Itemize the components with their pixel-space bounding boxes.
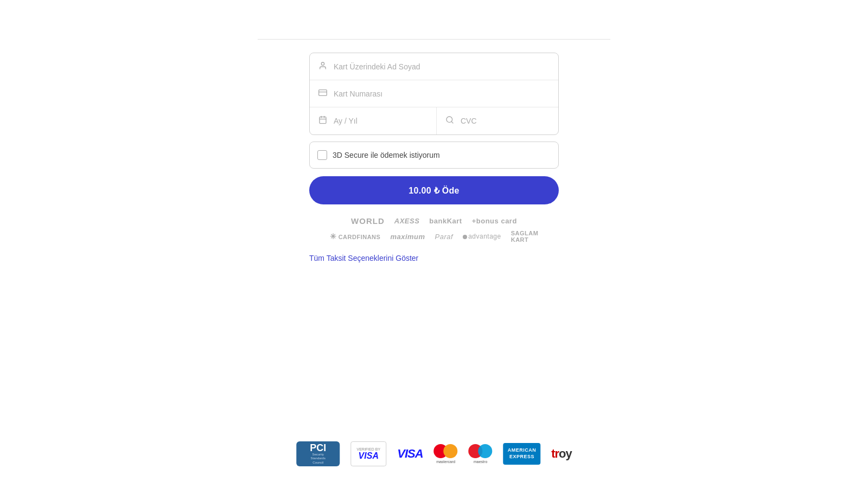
name-field-row bbox=[310, 53, 558, 80]
card-number-field-row bbox=[310, 80, 558, 107]
top-divider bbox=[258, 39, 610, 40]
mc-circles bbox=[434, 444, 458, 459]
pci-sub-text: SecurityStandardsCouncil bbox=[310, 453, 326, 465]
brand-bonuscard: +bonus card bbox=[472, 217, 517, 225]
expiry-input[interactable] bbox=[334, 117, 429, 125]
brand-world: WORLD bbox=[351, 216, 385, 226]
maestro-blue-circle bbox=[478, 444, 493, 458]
brands-row-2: ✳ CARDFINANS maximum Paraf advantage SAG… bbox=[330, 230, 539, 243]
svg-rect-1 bbox=[319, 89, 327, 95]
svg-rect-3 bbox=[320, 117, 326, 124]
pci-text: PCI bbox=[310, 443, 326, 453]
visa-logo: VISA bbox=[397, 447, 423, 461]
amex-text: AMERICANEXPRESS bbox=[508, 447, 537, 460]
credit-card-icon bbox=[317, 88, 328, 99]
cvc-field bbox=[437, 107, 559, 134]
expiry-field bbox=[310, 107, 437, 134]
installment-link[interactable]: Tüm Taksit Seçeneklerini Göster bbox=[309, 254, 559, 262]
pci-badge: PCI SecurityStandardsCouncil bbox=[296, 441, 340, 466]
payment-form: 3D Secure ile ödemek istiyorum 10.00 ₺ Ö… bbox=[309, 53, 559, 262]
card-brands: WORLD AXESS bankKart +bonus card ✳ CARDF… bbox=[309, 216, 559, 243]
footer-logos: PCI SecurityStandardsCouncil VERIFIED BY… bbox=[296, 441, 571, 466]
brand-bankkart: bankKart bbox=[429, 217, 462, 225]
secure-3d-box: 3D Secure ile ödemek istiyorum bbox=[309, 142, 559, 169]
troy-logo: troy bbox=[551, 447, 572, 461]
mc-orange-circle bbox=[444, 444, 458, 458]
brand-axess: AXESS bbox=[394, 217, 420, 225]
user-icon bbox=[317, 61, 328, 72]
cvc-input[interactable] bbox=[461, 117, 556, 125]
maestro-circles bbox=[469, 444, 493, 459]
card-fields-box bbox=[309, 53, 559, 135]
maestro-logo: maestro bbox=[469, 444, 493, 464]
card-number-input[interactable] bbox=[334, 89, 551, 98]
secure-3d-checkbox[interactable] bbox=[317, 150, 327, 160]
calendar-icon bbox=[317, 115, 328, 126]
cardholder-name-input[interactable] bbox=[334, 62, 551, 71]
pay-button[interactable]: 10.00 ₺ Öde bbox=[309, 176, 559, 204]
brand-paraf: Paraf bbox=[435, 233, 454, 241]
secure-3d-label: 3D Secure ile ödemek istiyorum bbox=[333, 151, 440, 159]
brand-cardfinans: ✳ CARDFINANS bbox=[330, 232, 381, 241]
svg-point-0 bbox=[321, 62, 324, 65]
page-wrapper: 3D Secure ile ödemek istiyorum 10.00 ₺ Ö… bbox=[0, 0, 868, 488]
mc-label: mastercard bbox=[436, 460, 455, 464]
brands-row-1: WORLD AXESS bankKart +bonus card bbox=[351, 216, 517, 226]
brand-saglam: SAGLAMKART bbox=[511, 230, 539, 243]
svg-line-8 bbox=[451, 121, 453, 123]
troy-text: troy bbox=[551, 447, 572, 460]
visa-verified-logo: VISA bbox=[359, 452, 379, 460]
amex-badge: AMERICANEXPRESS bbox=[503, 443, 541, 465]
brand-advantage: advantage bbox=[463, 233, 501, 240]
expiry-cvc-row bbox=[310, 107, 558, 134]
visa-verified-badge: VERIFIED BY VISA bbox=[350, 441, 386, 466]
mastercard-logo: mastercard bbox=[434, 444, 458, 464]
brand-maximum: maximum bbox=[390, 233, 425, 241]
maestro-label: maestro bbox=[474, 460, 487, 464]
lock-search-icon bbox=[444, 115, 455, 126]
visa-text: VISA bbox=[397, 447, 423, 460]
